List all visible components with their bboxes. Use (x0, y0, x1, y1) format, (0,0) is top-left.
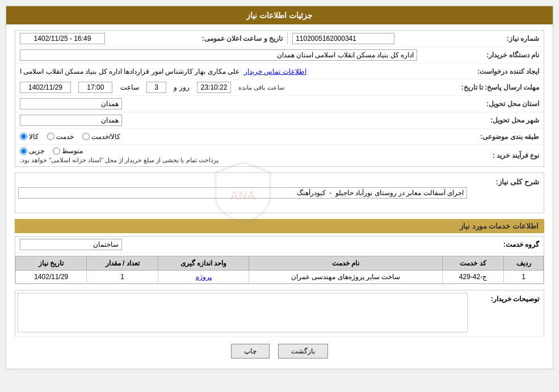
category-khedmat-label: خدمت (56, 133, 74, 141)
process-radio-group: متوسط جزیی (20, 147, 83, 155)
service-group-value-cell (15, 237, 476, 252)
buyer-row: نام دستگاه خریدار: (15, 47, 544, 64)
description-container: ANA (15, 173, 470, 213)
category-row: طبقه بندی موضوعی: کالا/خدمت خدمت کالا (15, 129, 544, 145)
category-radio-group: کالا/خدمت خدمت کالا (20, 133, 120, 141)
creator-value-cell: اطلاعات تماس خریدار علی مکاری بهار کارشن… (15, 65, 470, 78)
services-title: اطلاعات خدمات مورد نیاز (15, 219, 544, 233)
col-unit: واحد اندازه گیری (158, 256, 249, 271)
category-kala[interactable]: کالا (20, 133, 39, 141)
city-value-cell (15, 112, 470, 128)
process-jozei-label: جزیی (29, 147, 44, 155)
service-group-input[interactable] (20, 239, 122, 250)
radio-kala-khedmat[interactable] (82, 133, 90, 140)
creator-label: ایجاد کننده درخواست: (470, 65, 544, 78)
creator-row: ایجاد کننده درخواست: اطلاعات تماس خریدار… (15, 64, 544, 79)
main-info-section: شماره نیاز: تاریخ و ساعت اعلان عمومی: نا… (15, 30, 544, 167)
category-kala-label: کالا (29, 133, 39, 141)
buyer-desc-label: توصیحات خریدار: (470, 290, 544, 307)
deadline-time-input[interactable] (78, 82, 112, 93)
time-label: ساعت (120, 83, 139, 91)
col-date: تاریخ نیاز (16, 256, 87, 271)
process-row: نوع فرآیند خرید : متوسط جزیی پرداخت تمام… (15, 145, 544, 166)
remain-time-input[interactable] (197, 82, 231, 93)
category-khedmat[interactable]: خدمت (47, 133, 74, 141)
creator-link[interactable]: اطلاعات تماس خریدار (244, 68, 306, 75)
remain-label: ساعت باقی مانده (238, 84, 284, 91)
col-qty: تعداد / مقدار (87, 256, 158, 271)
service-group-label: گروه خدمت: (476, 238, 544, 251)
print-button[interactable]: چاپ (231, 344, 270, 359)
radio-motovaset[interactable] (53, 147, 60, 155)
announce-value-cell (15, 31, 197, 47)
page-title: جزئیات اطلاعات نیاز (246, 11, 313, 20)
deadline-date-input[interactable] (20, 82, 71, 93)
description-label: شرح کلی نیاز: (470, 173, 544, 188)
deadline-row: مهلت ارسال پاسخ: تا تاریخ: ساعت باقی مان… (15, 79, 544, 96)
category-kala-khedmat[interactable]: کالا/خدمت (82, 133, 120, 141)
shmare-label: شماره نیاز: (470, 32, 544, 45)
shmare-input[interactable] (292, 33, 394, 44)
province-label: استان محل تحویل: (470, 98, 544, 110)
shmare-row: شماره نیاز: تاریخ و ساعت اعلان عمومی: (15, 31, 544, 47)
city-row: شهر محل تحویل: (15, 112, 544, 129)
category-value-cell: کالا/خدمت خدمت کالا (15, 130, 470, 143)
province-row: استان محل تحویل: (15, 96, 544, 112)
table-header-row: ردیف کد خدمت نام خدمت واحد اندازه گیری ت… (16, 256, 544, 271)
process-motovaset-label: متوسط (62, 147, 83, 155)
page-header: جزئیات اطلاعات نیاز (6, 6, 553, 24)
buyer-desc-value-cell (15, 290, 470, 336)
col-rownum: ردیف (504, 256, 544, 271)
service-group-row: گروه خدمت: (15, 237, 544, 253)
radio-kala[interactable] (20, 133, 27, 140)
deadline-row-inner: ساعت باقی مانده روز و ساعت (20, 82, 452, 93)
process-label: نوع فرآیند خرید : (470, 149, 544, 162)
city-input[interactable] (20, 115, 122, 126)
description-watermark-area: ANA (18, 176, 467, 210)
col-code: کد خدمت (443, 256, 504, 271)
announce-input[interactable] (20, 33, 105, 44)
province-input[interactable] (20, 98, 122, 109)
category-kala-khedmat-label: کالا/خدمت (91, 133, 120, 141)
category-label: طبقه بندی موضوعی: (470, 130, 544, 143)
shmare-value-cell (288, 31, 470, 47)
process-notice: پرداخت تمام یا بخشی از مبلغ خریدار از مح… (20, 157, 218, 164)
announce-label: تاریخ و ساعت اعلان عمومی: (197, 32, 288, 45)
process-jozei[interactable]: جزیی (20, 147, 44, 155)
creator-name: علی مکاری بهار کارشناس امور قراردادها اد… (20, 68, 239, 75)
buyer-value-cell (15, 47, 470, 63)
services-section: گروه خدمت: ردیف کد خدمت نام خدمت واحد ان… (15, 236, 544, 284)
table-row: 1ج-42-429ساخت سایر پروژه‌های مهندسی عمرا… (16, 271, 544, 284)
city-label: شهر محل تحویل: (470, 114, 544, 127)
days-input[interactable] (146, 82, 166, 93)
deadline-value-cell: ساعت باقی مانده روز و ساعت (15, 79, 457, 95)
day-and-label: روز و (174, 83, 189, 91)
buttons-row: بازگشت چاپ (15, 344, 544, 359)
buyer-desc-section: توصیحات خریدار: (15, 290, 544, 337)
services-table: ردیف کد خدمت نام خدمت واحد اندازه گیری ت… (15, 256, 544, 284)
radio-jozei[interactable] (20, 147, 27, 155)
buyer-input[interactable] (20, 49, 417, 61)
back-button[interactable]: بازگشت (278, 344, 328, 359)
deadline-label: مهلت ارسال پاسخ: تا تاریخ: (457, 81, 544, 94)
province-value-cell (15, 96, 470, 112)
description-section: شرح کلی نیاز: ANA (15, 172, 544, 213)
buyer-label: نام دستگاه خریدار: (470, 49, 544, 61)
buyer-desc-textarea[interactable] (18, 293, 468, 332)
radio-khedmat[interactable] (47, 133, 54, 140)
content-area: شماره نیاز: تاریخ و ساعت اعلان عمومی: نا… (6, 24, 553, 369)
page-container: جزئیات اطلاعات نیاز شماره نیاز: تاریخ و … (6, 6, 553, 369)
col-name: نام خدمت (249, 256, 443, 271)
description-input[interactable] (18, 187, 467, 199)
process-motovaset[interactable]: متوسط (53, 147, 83, 155)
